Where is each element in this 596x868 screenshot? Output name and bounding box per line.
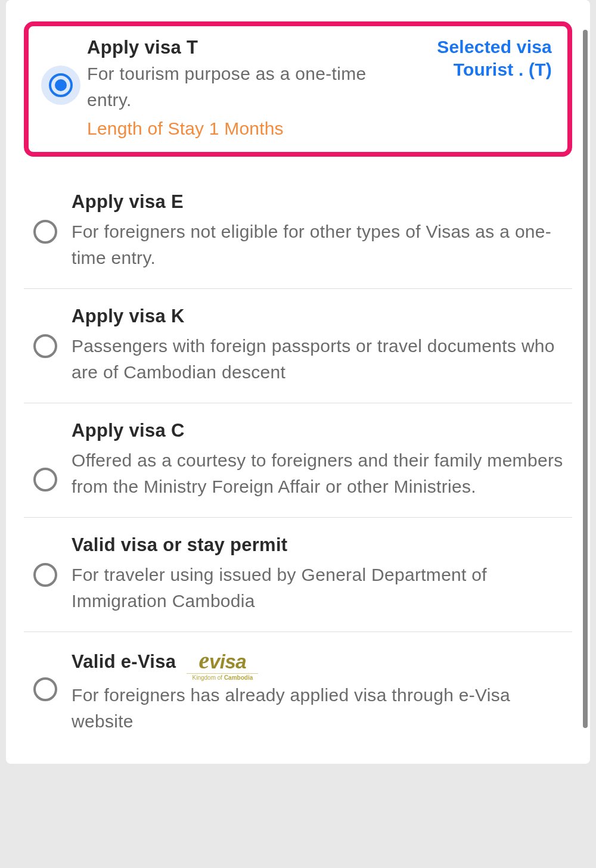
option-content: Valid visa or stay permit For traveler u… xyxy=(67,534,572,614)
option-desc: For foreigners not eligible for other ty… xyxy=(72,219,567,270)
radio-wrap xyxy=(24,649,67,701)
option-content: Valid e-Visa evisa Kingdom of Cambodia F… xyxy=(67,649,572,734)
evisa-logo-icon: evisa Kingdom of Cambodia xyxy=(187,649,258,681)
option-desc: For foreigners has already applied visa … xyxy=(72,682,567,734)
radio-wrap xyxy=(24,420,67,491)
option-content: Apply visa K Passengers with foreign pas… xyxy=(67,306,572,385)
option-content: Apply visa E For foreigners not eligible… xyxy=(67,191,572,270)
visa-option-t[interactable]: Apply visa T Selected visa Tourist . (T)… xyxy=(39,37,557,139)
highlighted-option: Apply visa T Selected visa Tourist . (T)… xyxy=(24,21,572,157)
visa-option-c[interactable]: Apply visa C Offered as a courtesy to fo… xyxy=(24,403,572,518)
radio-wrap xyxy=(24,306,67,358)
visa-option-evisa[interactable]: Valid e-Visa evisa Kingdom of Cambodia F… xyxy=(24,632,572,752)
option-desc: For traveler using issued by General Dep… xyxy=(72,562,567,614)
radio-selected-icon[interactable] xyxy=(41,66,80,105)
visa-option-valid-permit[interactable]: Valid visa or stay permit For traveler u… xyxy=(24,518,572,632)
option-desc: For tourism purpose as a one-time entry. xyxy=(87,61,385,113)
radio-wrap xyxy=(24,534,67,587)
selected-visa-label: Selected visa Tourist . (T) xyxy=(437,37,552,80)
radio-unselected-icon[interactable] xyxy=(33,677,57,701)
scrollbar[interactable] xyxy=(583,30,588,728)
visa-option-k[interactable]: Apply visa K Passengers with foreign pas… xyxy=(24,289,572,403)
option-title: Apply visa C xyxy=(72,420,567,441)
visa-option-list: Apply visa T Selected visa Tourist . (T)… xyxy=(6,21,590,752)
option-title: Valid e-Visa xyxy=(72,651,176,673)
option-title: Apply visa K xyxy=(72,306,567,327)
radio-unselected-icon[interactable] xyxy=(33,220,57,244)
option-content: Apply visa T Selected visa Tourist . (T)… xyxy=(82,37,557,139)
option-title: Apply visa E xyxy=(72,191,567,213)
radio-unselected-icon[interactable] xyxy=(33,468,57,491)
radio-unselected-icon[interactable] xyxy=(33,334,57,358)
option-desc: Offered as a courtesy to foreigners and … xyxy=(72,447,567,499)
radio-wrap xyxy=(24,191,67,244)
option-content: Apply visa C Offered as a courtesy to fo… xyxy=(67,420,572,499)
radio-wrap xyxy=(39,37,82,105)
option-desc: Passengers with foreign passports or tra… xyxy=(72,333,567,385)
visa-option-e[interactable]: Apply visa E For foreigners not eligible… xyxy=(24,175,572,289)
radio-unselected-icon[interactable] xyxy=(33,563,57,587)
option-title: Valid visa or stay permit xyxy=(72,534,567,556)
option-title: Apply visa T xyxy=(87,37,198,58)
option-length: Length of Stay 1 Months xyxy=(87,119,552,139)
visa-selection-panel: Apply visa T Selected visa Tourist . (T)… xyxy=(6,0,590,764)
